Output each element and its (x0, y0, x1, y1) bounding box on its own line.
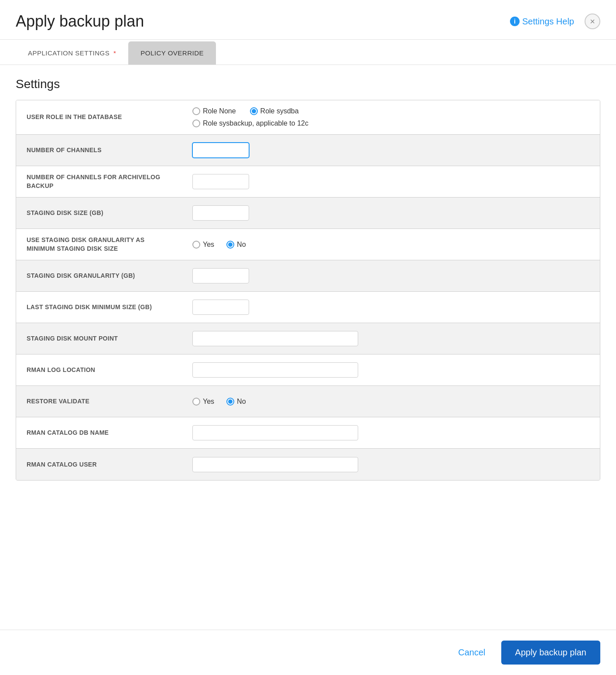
tab-policy-override-label: POLICY OVERRIDE (140, 49, 204, 57)
field-label-staging-disk-granularity: STAGING DISK GRANULARITY (GB) (16, 265, 182, 287)
field-label-num-channels-archivelog: NUMBER OF CHANNELS FOR ARCHIVELOG BACKUP (16, 166, 182, 197)
radio-label-role-sysbackup: Role sysbackup, applicable to 12c (203, 119, 308, 127)
table-row: STAGING DISK SIZE (GB) (16, 198, 600, 229)
rman-catalog-db-input[interactable] (192, 425, 358, 440)
field-label-use-staging-granularity: USE STAGING DISK GRANULARITY AS MINIMUM … (16, 229, 182, 260)
info-icon: i (510, 17, 520, 26)
table-row: RESTORE VALIDATE Yes No (16, 386, 600, 417)
staging-disk-size-input[interactable] (192, 205, 249, 221)
table-row: LAST STAGING DISK MINIMUM SIZE (GB) (16, 292, 600, 323)
header-right: i Settings Help × (510, 14, 600, 29)
radio-label-yes-1: Yes (203, 241, 214, 249)
field-control-rman-catalog-db (182, 418, 600, 447)
last-staging-disk-min-input[interactable] (192, 300, 249, 315)
radio-restore-validate-yes[interactable]: Yes (192, 398, 214, 406)
settings-help-label: Settings Help (522, 17, 574, 27)
radio-use-staging-yes[interactable]: Yes (192, 241, 214, 249)
field-control-last-staging-disk-min (182, 293, 600, 322)
radio-line-1: Role None Role sysdba (192, 107, 314, 115)
radio-label-role-sysdba: Role sysdba (260, 107, 299, 115)
radio-circle-yes-1 (192, 241, 200, 249)
tab-app-settings-label: APPLICATION SETTINGS (28, 49, 110, 57)
field-control-num-channels-archivelog (182, 167, 600, 196)
radio-circle-no-2 (226, 398, 234, 406)
apply-backup-plan-button[interactable]: Apply backup plan (501, 641, 600, 665)
field-control-use-staging-granularity: Yes No (182, 234, 600, 256)
table-row: STAGING DISK GRANULARITY (GB) (16, 260, 600, 292)
radio-role-none[interactable]: Role None (192, 107, 236, 115)
table-row: RMAN CATALOG USER (16, 449, 600, 480)
dialog-header: Apply backup plan i Settings Help × (0, 0, 616, 40)
table-row: RMAN CATALOG DB NAME (16, 417, 600, 449)
cancel-button[interactable]: Cancel (449, 642, 494, 663)
radio-label-no-2: No (237, 398, 246, 406)
dialog-title: Apply backup plan (16, 12, 144, 31)
table-row: STAGING DISK MOUNT POINT (16, 323, 600, 355)
radio-circle-no-1 (226, 241, 234, 249)
radio-circle-role-none (192, 107, 200, 115)
table-row: RMAN LOG LOCATION (16, 355, 600, 386)
dialog-footer: Cancel Apply backup plan (0, 630, 616, 675)
field-control-staging-disk-granularity (182, 261, 600, 290)
radio-circle-yes-2 (192, 398, 200, 406)
table-row: NUMBER OF CHANNELS FOR ARCHIVELOG BACKUP (16, 166, 600, 198)
apply-backup-plan-dialog: Apply backup plan i Settings Help × APPL… (0, 0, 616, 675)
radio-role-sysdba[interactable]: Role sysdba (250, 107, 299, 115)
settings-help-link[interactable]: i Settings Help (510, 17, 574, 27)
field-control-staging-disk-mount (182, 324, 600, 353)
rman-log-location-input[interactable] (192, 362, 358, 378)
settings-table: USER ROLE IN THE DATABASE Role None Role… (16, 100, 600, 481)
close-icon: × (590, 17, 595, 27)
radio-label-role-none: Role None (203, 107, 236, 115)
tab-application-settings[interactable]: APPLICATION SETTINGS * (16, 41, 128, 65)
radio-role-sysbackup[interactable]: Role sysbackup, applicable to 12c (192, 119, 308, 127)
main-content: Settings USER ROLE IN THE DATABASE Role … (0, 65, 616, 630)
tab-policy-override[interactable]: POLICY OVERRIDE (128, 41, 216, 65)
field-control-rman-log-location (182, 355, 600, 385)
field-label-staging-disk-size: STAGING DISK SIZE (GB) (16, 202, 182, 225)
field-label-rman-catalog-db: RMAN CATALOG DB NAME (16, 422, 182, 444)
field-label-user-role: USER ROLE IN THE DATABASE (16, 106, 182, 129)
tabs-bar: APPLICATION SETTINGS * POLICY OVERRIDE (0, 41, 616, 65)
field-label-staging-disk-mount: STAGING DISK MOUNT POINT (16, 327, 182, 350)
radio-label-no-1: No (237, 241, 246, 249)
required-indicator: * (111, 49, 116, 57)
radio-line-2: Role sysbackup, applicable to 12c (192, 119, 314, 127)
table-row: USER ROLE IN THE DATABASE Role None Role… (16, 100, 600, 135)
field-control-rman-catalog-user (182, 450, 600, 479)
field-label-num-channels: NUMBER OF CHANNELS (16, 139, 182, 162)
radio-circle-role-sysdba (250, 107, 258, 115)
settings-section-title: Settings (16, 77, 600, 91)
field-control-restore-validate: Yes No (182, 391, 600, 412)
radio-circle-role-sysbackup (192, 119, 200, 127)
table-row: USE STAGING DISK GRANULARITY AS MINIMUM … (16, 229, 600, 260)
close-button[interactable]: × (585, 14, 600, 29)
rman-catalog-user-input[interactable] (192, 457, 358, 472)
field-control-num-channels (182, 136, 600, 165)
field-control-user-role: Role None Role sysdba Role sysbackup, ap… (182, 100, 600, 134)
radio-use-staging-no[interactable]: No (226, 241, 246, 249)
staging-disk-granularity-input[interactable] (192, 268, 249, 283)
field-label-rman-log-location: RMAN LOG LOCATION (16, 359, 182, 382)
radio-label-yes-2: Yes (203, 398, 214, 406)
field-control-staging-disk-size (182, 198, 600, 228)
field-label-rman-catalog-user: RMAN CATALOG USER (16, 453, 182, 476)
field-label-restore-validate: RESTORE VALIDATE (16, 390, 182, 413)
radio-group-user-role: Role None Role sysdba Role sysbackup, ap… (192, 107, 314, 127)
field-label-last-staging-disk-min: LAST STAGING DISK MINIMUM SIZE (GB) (16, 296, 182, 319)
num-channels-archivelog-input[interactable] (192, 174, 249, 189)
num-channels-input[interactable] (192, 143, 249, 158)
staging-disk-mount-input[interactable] (192, 331, 358, 346)
radio-restore-validate-no[interactable]: No (226, 398, 246, 406)
table-row: NUMBER OF CHANNELS (16, 135, 600, 166)
